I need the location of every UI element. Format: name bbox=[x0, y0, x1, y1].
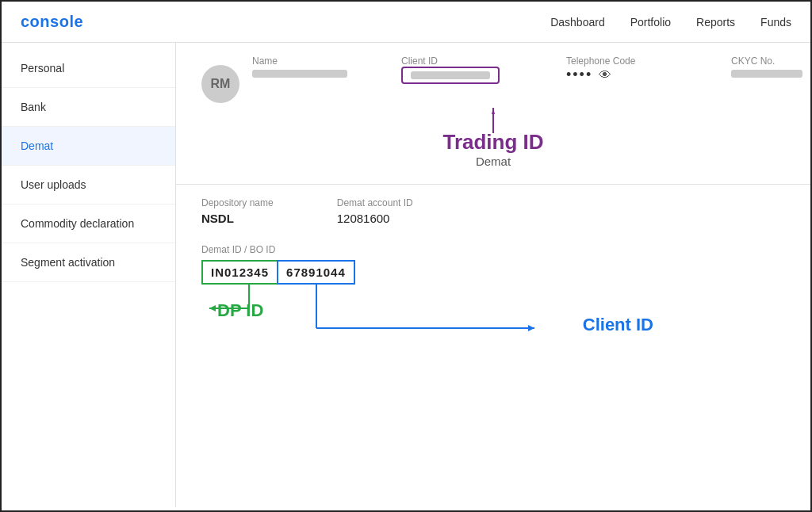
sidebar-item-segment-activation[interactable]: Segment activation bbox=[2, 243, 175, 282]
sidebar-item-bank[interactable]: Bank bbox=[2, 88, 175, 127]
depository-label: Depository name bbox=[201, 197, 274, 208]
svg-marker-4 bbox=[209, 305, 216, 311]
profile-name-col: Name bbox=[252, 55, 363, 78]
client-id-box bbox=[401, 67, 500, 84]
depository-field: Depository name NSDL bbox=[201, 197, 274, 225]
profile-telephone-col: Telephone Code •••• 👁 bbox=[566, 55, 693, 83]
profile-header: RM Name Client ID Telephone Code bbox=[176, 43, 810, 103]
ckyc-label: CKYC No. bbox=[731, 55, 810, 67]
telephone-value: •••• 👁 bbox=[566, 67, 693, 83]
profile-ckyc-col: CKYC No. bbox=[731, 55, 810, 78]
nav-portfolio[interactable]: Portfolio bbox=[630, 16, 671, 29]
demat-subtext: Demat bbox=[176, 155, 810, 168]
sidebar-item-personal[interactable]: Personal bbox=[2, 49, 175, 88]
nav-funds[interactable]: Funds bbox=[760, 16, 791, 29]
header: console Dashboard Portfolio Reports Fund… bbox=[2, 2, 810, 43]
client-id-label: Client ID bbox=[401, 55, 438, 67]
eye-icon[interactable]: 👁 bbox=[599, 68, 613, 82]
dp-id-text: DP ID bbox=[217, 300, 263, 320]
sidebar-item-user-uploads[interactable]: User uploads bbox=[2, 166, 175, 204]
client-id-value-redacted bbox=[411, 71, 490, 79]
demat-id-dp-part: IN012345 bbox=[201, 260, 277, 285]
profile-clientid-col: Client ID bbox=[401, 55, 528, 84]
svg-marker-1 bbox=[492, 108, 495, 114]
account-id-field: Demat account ID 12081600 bbox=[337, 197, 413, 225]
sidebar-item-demat[interactable]: Demat bbox=[2, 127, 175, 166]
demat-info-row: Depository name NSDL Demat account ID 12… bbox=[201, 197, 785, 225]
name-label: Name bbox=[252, 55, 363, 67]
dp-id-annotation: DP ID bbox=[217, 300, 263, 321]
trading-id-text: Trading ID bbox=[176, 130, 810, 155]
ckyc-value-redacted bbox=[731, 70, 802, 78]
main-content: RM Name Client ID Telephone Code bbox=[176, 43, 810, 507]
telephone-dots: •••• bbox=[566, 67, 592, 83]
sidebar-item-commodity-declaration[interactable]: Commodity declaration bbox=[2, 204, 175, 243]
profile-info-grid: Name Client ID Telephone Code •••• 👁 bbox=[252, 55, 810, 84]
demat-id-client-part: 67891044 bbox=[277, 260, 355, 285]
depository-value: NSDL bbox=[201, 212, 274, 225]
demat-content: Depository name NSDL Demat account ID 12… bbox=[176, 185, 810, 369]
demat-id-label: Demat ID / BO ID bbox=[201, 244, 785, 255]
telephone-label: Telephone Code bbox=[566, 55, 693, 67]
main-nav: Dashboard Portfolio Reports Funds bbox=[550, 16, 791, 29]
sidebar: Personal Bank Demat User uploads Commodi… bbox=[2, 43, 176, 507]
demat-id-box-container: IN012345 67891044 bbox=[201, 260, 785, 285]
client-id-ann-text: Client ID bbox=[583, 315, 653, 334]
nav-dashboard[interactable]: Dashboard bbox=[550, 16, 605, 29]
account-id-label: Demat account ID bbox=[337, 197, 413, 208]
client-id-annotation-text: Client ID bbox=[583, 315, 653, 335]
trading-id-annotation-wrapper: Trading ID Demat bbox=[176, 103, 810, 184]
annotations-container: DP ID Client ID bbox=[201, 285, 677, 356]
logo: console bbox=[21, 13, 83, 31]
demat-id-area: Demat ID / BO ID IN012345 67891044 bbox=[201, 244, 785, 356]
layout: Personal Bank Demat User uploads Commodi… bbox=[2, 43, 810, 507]
name-value-redacted bbox=[252, 70, 347, 78]
svg-marker-7 bbox=[528, 325, 534, 331]
avatar: RM bbox=[201, 65, 239, 103]
nav-reports[interactable]: Reports bbox=[696, 16, 735, 29]
account-id-value: 12081600 bbox=[337, 212, 413, 225]
